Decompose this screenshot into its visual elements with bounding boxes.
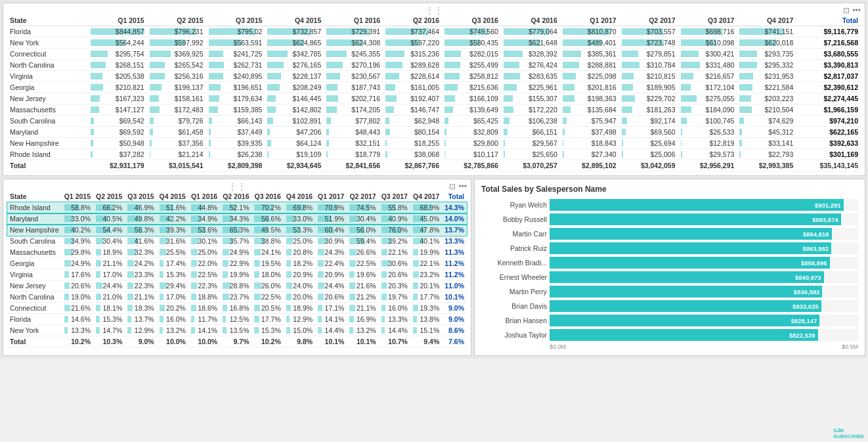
bcell-9-3: 18.3% <box>125 303 156 314</box>
chart-bar-value: $836,582 <box>794 288 820 296</box>
table-row: Florida 14.6% 15.3% 13.7% 16.0% 11.7% 12… <box>7 314 467 325</box>
cell-0-0: Florida <box>7 26 88 37</box>
cell-6-11: $275,055 <box>678 93 737 104</box>
chart-row: Brian Hansen $828,147 <box>481 315 858 326</box>
more-icon-bottom[interactable]: ••• <box>458 182 467 191</box>
bcell-11-2: 14.7% <box>93 325 125 336</box>
bcell-2-3: 56.3% <box>125 225 156 236</box>
bcell-5-5: 22.0% <box>188 258 220 269</box>
cell-7-2: $172,483 <box>147 104 206 116</box>
bcell-4-12: 19.9% <box>410 247 442 258</box>
cell-8-13: $974,210 <box>796 116 861 127</box>
cell-9-7: $32,809 <box>442 127 501 138</box>
cell-4-7: $258,812 <box>442 71 501 82</box>
bcell-7-5: 22.3% <box>188 280 220 292</box>
bcell-12-11: 10.7% <box>379 336 410 347</box>
top-col-9: Q1 2017 <box>560 15 619 26</box>
bcell-0-7: 70.2% <box>251 202 283 213</box>
bottom-col-6: Q2 2016 <box>220 191 251 202</box>
bcell-11-12: 15.1% <box>410 325 442 336</box>
bcell-1-9: 51.9% <box>315 213 347 225</box>
bcell-11-11: 14.4% <box>379 325 410 336</box>
bcell-6-1: 17.6% <box>62 269 93 280</box>
cell-2-9: $385,361 <box>560 49 619 60</box>
cell-1-2: $597,992 <box>147 37 206 49</box>
bcell-2-4: 39.3% <box>157 225 188 236</box>
bcell-1-13: 14.0% <box>442 213 467 225</box>
top-col-0: State <box>7 15 88 26</box>
cell-2-10: $279,851 <box>619 49 678 60</box>
chart-row: Joshua Taylor $822,539 <box>481 329 858 341</box>
chart-axis: $0.0M $0.5M <box>481 343 858 350</box>
cell-11-1: $37,282 <box>88 149 147 160</box>
cell-12-5: $2,841,656 <box>324 160 383 171</box>
bcell-8-2: 21.0% <box>93 292 125 303</box>
top-col-5: Q1 2016 <box>324 15 383 26</box>
chart-bar: $893,674 <box>550 213 841 225</box>
bcell-8-7: 22.5% <box>251 292 283 303</box>
bcell-6-12: 23.2% <box>410 269 442 280</box>
bcell-3-4: 31.6% <box>157 236 188 247</box>
cell-9-4: $47,206 <box>265 127 324 138</box>
chart-row: Martin Perry $836,582 <box>481 286 858 298</box>
bcell-3-9: 30.9% <box>315 236 347 247</box>
cell-10-1: $50,948 <box>88 138 147 149</box>
more-icon[interactable]: ••• <box>852 6 861 15</box>
table-row: Massachusetts 29.8% 18.9% 32.3% 25.5% 25… <box>7 247 467 258</box>
expand-icon[interactable]: ⊡ <box>843 6 850 15</box>
bottom-col-5: Q1 2016 <box>188 191 220 202</box>
chart-row: Ryan Welch $901,291 <box>481 199 858 211</box>
drag-handle-bottom[interactable]: ⋮⋮ <box>7 182 467 191</box>
table-row: South Carolina 34.9% 30.4% 41.6% 31.6% 3… <box>7 236 467 247</box>
cell-6-10: $229,702 <box>619 93 678 104</box>
cell-7-10: $181,263 <box>619 104 678 116</box>
cell-11-12: $22,793 <box>737 149 796 160</box>
cell-0-5: $729,391 <box>324 26 383 37</box>
axis-label-0: $0.0M <box>550 343 566 350</box>
bcell-8-8: 20.0% <box>284 292 315 303</box>
cell-12-9: $2,895,102 <box>560 160 619 171</box>
drag-handle-top[interactable]: ⋮⋮ <box>7 6 861 15</box>
cell-9-6: $80,154 <box>383 127 442 138</box>
cell-5-11: $172,104 <box>678 82 737 93</box>
bcell-9-10: 21.1% <box>347 303 378 314</box>
cell-2-2: $369,925 <box>147 49 206 60</box>
table-row: North Carolina 19.0% 21.0% 21.1% 17.0% 1… <box>7 292 467 303</box>
bcell-9-0: Connecticut <box>7 303 62 314</box>
bcell-6-13: 11.2% <box>442 269 467 280</box>
bcell-6-9: 20.9% <box>315 269 347 280</box>
chart-person-label: Bobby Russell <box>481 215 547 223</box>
bottom-left-panel: ⋮⋮ ⊡ ••• StateQ1 2015Q2 2015Q3 2015Q4 20… <box>3 179 471 356</box>
cell-11-8: $25,650 <box>501 149 560 160</box>
cell-10-0: New Hampshire <box>7 138 88 149</box>
bcell-1-6: 34.3% <box>220 213 251 225</box>
chart-person-label: Patrick Ruiz <box>481 244 547 252</box>
bcell-9-1: 21.6% <box>62 303 93 314</box>
cell-7-13: $1,966,159 <box>796 104 861 116</box>
bcell-10-6: 12.5% <box>220 314 251 325</box>
cell-6-7: $166,109 <box>442 93 501 104</box>
cell-11-0: Rhode Island <box>7 149 88 160</box>
bcell-2-1: 40.2% <box>62 225 93 236</box>
cell-7-7: $139,649 <box>442 104 501 116</box>
cell-4-8: $283,635 <box>501 71 560 82</box>
bottom-table-header: StateQ1 2015Q2 2015Q3 2015Q4 2015Q1 2016… <box>7 191 467 202</box>
bcell-5-1: 24.9% <box>62 258 93 269</box>
chart-bar: $828,147 <box>550 315 819 326</box>
cell-3-4: $276,165 <box>265 60 324 71</box>
top-col-8: Q4 2016 <box>501 15 560 26</box>
chart-bar: $864,816 <box>550 228 831 240</box>
cell-0-12: $741,151 <box>737 26 796 37</box>
cell-7-4: $142,802 <box>265 104 324 116</box>
cell-9-3: $37,449 <box>206 127 265 138</box>
chart-row: Brian Davis $833,025 <box>481 300 858 312</box>
table-row: Rhode Island $37,282 $21,214 $26,238 $19… <box>7 149 861 160</box>
expand-icon-bottom[interactable]: ⊡ <box>449 182 456 191</box>
cell-8-9: $75,947 <box>560 116 619 127</box>
bcell-10-0: Florida <box>7 314 62 325</box>
cell-6-6: $192,407 <box>383 93 442 104</box>
table-row: North Carolina $268,151 $265,542 $262,73… <box>7 60 861 71</box>
chart-bar: $901,291 <box>550 199 844 211</box>
cell-7-0: Massachusetts <box>7 104 88 116</box>
bottom-table-body: Rhode Island 58.8% 66.2% 46.9% 51.6% 44.… <box>7 202 467 347</box>
